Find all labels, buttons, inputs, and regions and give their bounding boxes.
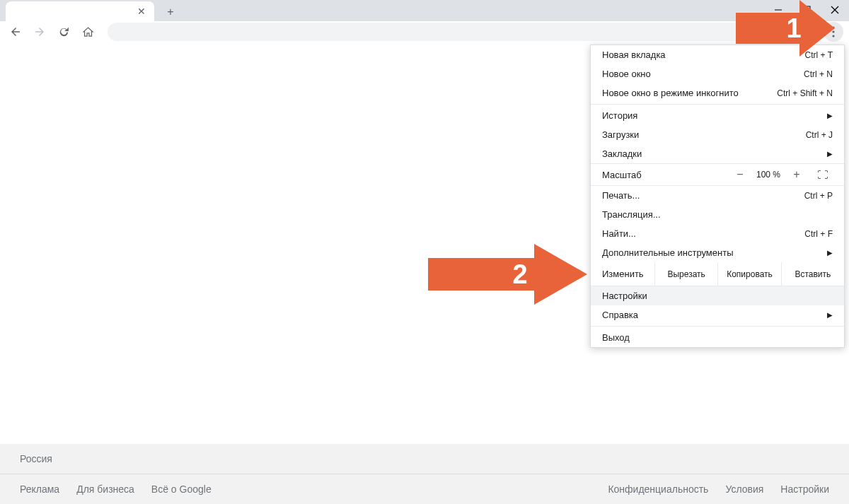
menu-label: Справка (602, 310, 638, 320)
footer-links-left: Реклама Для бизнеса Всё о Google (20, 484, 212, 495)
menu-edit-row: Изменить Вырезать Копировать Вставить (591, 262, 844, 286)
menu-item-more-tools[interactable]: Дополнительные инструменты ▶ (591, 243, 844, 262)
reload-button[interactable] (54, 22, 74, 42)
copy-button[interactable]: Копировать (717, 262, 780, 286)
menu-shortcut: Ctrl + F (804, 229, 833, 239)
zoom-in-button[interactable]: + (786, 165, 807, 184)
toolbar (0, 21, 849, 42)
menu-item-new-window[interactable]: Новое окно Ctrl + N (591, 64, 844, 83)
menu-label: Дополнительные инструменты (602, 247, 734, 258)
menu-item-exit[interactable]: Выход (591, 328, 844, 347)
menu-label: Загрузки (602, 129, 639, 140)
menu-item-help[interactable]: Справка ▶ (591, 305, 844, 324)
footer-link-privacy[interactable]: Конфиденциальность (608, 484, 708, 495)
menu-shortcut: Ctrl + N (804, 69, 833, 79)
cut-button[interactable]: Вырезать (654, 262, 717, 286)
footer-link-business[interactable]: Для бизнеса (76, 484, 134, 495)
tab-close-icon[interactable]: ✕ (136, 6, 147, 17)
menu-label: Закладки (602, 148, 642, 159)
footer-country: Россия (0, 444, 849, 474)
menu-item-print[interactable]: Печать... Ctrl + P (591, 186, 844, 205)
menu-label: История (602, 110, 637, 121)
menu-item-incognito[interactable]: Новое окно в режиме инкогнито Ctrl + Shi… (591, 83, 844, 102)
menu-item-settings[interactable]: Настройки (591, 286, 844, 305)
menu-label: Найти... (602, 228, 636, 239)
menu-label: Новая вкладка (602, 49, 666, 60)
tab[interactable]: ✕ (6, 1, 154, 21)
footer: Россия Реклама Для бизнеса Всё о Google … (0, 444, 849, 504)
back-button[interactable] (6, 22, 25, 42)
new-tab-button[interactable]: + (161, 3, 180, 21)
menu-label: Печать... (602, 190, 640, 201)
footer-link-terms[interactable]: Условия (725, 484, 763, 495)
footer-link-settings[interactable]: Настройки (780, 484, 829, 495)
zoom-value: 100 % (751, 170, 786, 180)
annotation-arrow-1: 1 (736, 0, 835, 57)
menu-shortcut: Ctrl + Shift + N (777, 88, 833, 98)
submenu-arrow-icon: ▶ (827, 112, 833, 119)
menu-zoom-row: Масштаб − 100 % + (591, 163, 844, 186)
tab-strip: ✕ + (0, 0, 849, 21)
menu-separator (591, 104, 844, 105)
menu-item-find[interactable]: Найти... Ctrl + F (591, 224, 844, 243)
main-menu-dropdown: Новая вкладка Ctrl + T Новое окно Ctrl +… (590, 45, 845, 348)
menu-label: Новое окно в режиме инкогнито (602, 88, 739, 98)
menu-item-downloads[interactable]: Загрузки Ctrl + J (591, 125, 844, 144)
url-bar[interactable] (108, 23, 792, 41)
menu-item-bookmarks[interactable]: Закладки ▶ (591, 144, 844, 163)
zoom-out-button[interactable]: − (729, 165, 751, 184)
paste-button[interactable]: Вставить (781, 262, 844, 286)
annotation-arrow-2: 2 (428, 244, 587, 305)
home-button[interactable] (78, 22, 98, 42)
forward-button[interactable] (30, 22, 50, 42)
menu-item-history[interactable]: История ▶ (591, 106, 844, 125)
menu-label: Трансляция... (602, 209, 661, 220)
submenu-arrow-icon: ▶ (827, 150, 833, 158)
menu-label: Новое окно (602, 69, 651, 79)
menu-label: Выход (602, 332, 630, 343)
fullscreen-button[interactable] (813, 166, 833, 183)
menu-shortcut: Ctrl + P (804, 191, 833, 201)
menu-item-cast[interactable]: Трансляция... (591, 205, 844, 224)
fullscreen-icon (818, 170, 828, 179)
footer-links-row: Реклама Для бизнеса Всё о Google Конфиде… (0, 474, 849, 504)
footer-link-about[interactable]: Всё о Google (151, 484, 212, 495)
svg-marker-9 (736, 0, 835, 57)
zoom-label: Масштаб (602, 170, 729, 180)
footer-links-right: Конфиденциальность Условия Настройки (608, 484, 829, 495)
submenu-arrow-icon: ▶ (827, 311, 833, 319)
menu-label: Настройки (602, 291, 647, 301)
footer-link-ads[interactable]: Реклама (20, 484, 59, 495)
menu-shortcut: Ctrl + J (806, 130, 833, 140)
svg-marker-10 (428, 244, 587, 305)
annotation-number: 1 (786, 13, 801, 43)
menu-separator (591, 326, 844, 327)
submenu-arrow-icon: ▶ (827, 249, 833, 257)
edit-label: Изменить (591, 262, 654, 286)
annotation-number: 2 (512, 259, 527, 289)
browser-chrome: ✕ + (0, 0, 849, 42)
